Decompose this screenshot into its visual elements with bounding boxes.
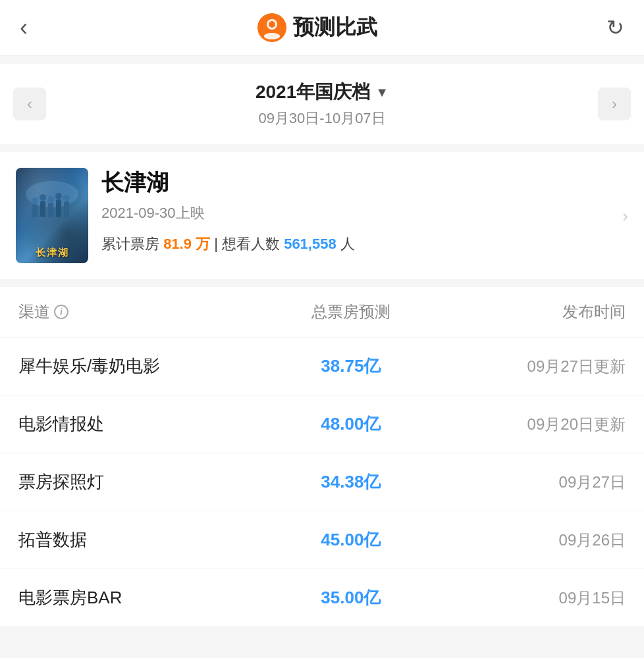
svg-point-2 [264, 33, 280, 39]
period-bar: ‹ 2021年国庆档 ▼ 09月30日-10月07日 › [0, 64, 644, 144]
svg-rect-9 [64, 201, 69, 217]
row-forecast: 45.00亿 [250, 528, 452, 551]
poster-title-text: 长津湖 [36, 247, 69, 259]
table-rows-container: 犀牛娱乐/毒奶电影 38.75亿 09月27日更新 电影情报处 48.00亿 0… [0, 338, 644, 626]
row-channel: 犀牛娱乐/毒奶电影 [18, 355, 250, 378]
app-icon [257, 13, 286, 42]
refresh-button[interactable]: ↻ [606, 15, 624, 40]
row-date: 09月20日更新 [452, 414, 626, 435]
svg-point-11 [40, 194, 46, 201]
svg-point-10 [32, 197, 38, 204]
dropdown-icon[interactable]: ▼ [375, 85, 389, 100]
row-channel: 票房探照灯 [18, 470, 250, 494]
movie-release: 2021-09-30上映 [101, 203, 628, 223]
svg-point-13 [55, 193, 62, 199]
row-channel: 拓普数据 [18, 528, 250, 551]
table-row: 票房探照灯 34.38亿 09月27日 [0, 453, 644, 511]
svg-point-3 [269, 21, 275, 28]
row-channel: 电影票房BAR [18, 586, 250, 609]
info-icon[interactable]: i [54, 305, 68, 319]
prev-period-button[interactable]: ‹ [13, 88, 46, 120]
period-title: 2021年国庆档 [255, 80, 370, 105]
header-title-area: 预测比武 [257, 13, 377, 42]
box-office-label: 累计票房 [101, 236, 159, 252]
back-button[interactable]: ‹ [20, 16, 28, 39]
row-forecast: 35.00亿 [250, 586, 452, 609]
table-row: 犀牛娱乐/毒奶电影 38.75亿 09月27日更新 [0, 338, 644, 395]
movie-card: 长津湖 长津湖 2021-09-30上映 累计票房 81.9 万 | 想看人数 … [0, 152, 644, 279]
col-header-forecast: 总票房预测 [250, 301, 452, 322]
table-header: 渠道 i 总票房预测 发布时间 [0, 287, 644, 338]
separator: | [214, 236, 222, 252]
period-date: 09月30日-10月07日 [46, 109, 598, 128]
svg-rect-7 [48, 203, 53, 217]
row-date: 09月15日 [452, 588, 626, 609]
period-title-row: 2021年国庆档 ▼ [46, 80, 598, 105]
table-row: 电影票房BAR 35.00亿 09月15日 [0, 569, 644, 626]
movie-info: 长津湖 2021-09-30上映 累计票房 81.9 万 | 想看人数 561,… [101, 168, 628, 257]
row-forecast: 38.75亿 [250, 355, 452, 378]
want-watch-label: 想看人数 [222, 236, 280, 252]
want-watch-unit: 人 [340, 236, 355, 252]
row-channel: 电影情报处 [18, 413, 250, 436]
movie-detail-arrow[interactable]: › [622, 205, 628, 226]
svg-rect-5 [32, 204, 38, 217]
want-watch-value: 561,558 [284, 236, 336, 252]
table-row: 电影情报处 48.00亿 09月20日更新 [0, 395, 644, 453]
next-period-button[interactable]: › [598, 88, 631, 120]
row-date: 09月26日 [452, 530, 626, 551]
poster-art [19, 174, 85, 240]
row-forecast: 34.38亿 [250, 470, 452, 494]
box-office-value: 81.9 万 [163, 236, 210, 252]
row-forecast: 48.00亿 [250, 413, 452, 436]
svg-point-12 [47, 196, 54, 203]
svg-rect-6 [40, 201, 45, 217]
period-center: 2021年国庆档 ▼ 09月30日-10月07日 [46, 80, 598, 128]
movie-poster: 长津湖 [16, 168, 88, 263]
row-date: 09月27日更新 [452, 356, 626, 377]
header-title: 预测比武 [293, 13, 377, 42]
col-header-date: 发布时间 [452, 301, 626, 322]
row-date: 09月27日 [452, 472, 626, 493]
forecast-table: 渠道 i 总票房预测 发布时间 犀牛娱乐/毒奶电影 38.75亿 09月27日更… [0, 287, 644, 626]
movie-name: 长津湖 [101, 168, 628, 198]
svg-point-14 [63, 195, 70, 201]
col-header-channel: 渠道 i [18, 301, 250, 322]
movie-stats: 累计票房 81.9 万 | 想看人数 561,558 人 [101, 231, 628, 257]
table-row: 拓普数据 45.00亿 09月26日 [0, 511, 644, 569]
header: ‹ 预测比武 ↻ [0, 0, 644, 56]
svg-rect-8 [56, 199, 61, 217]
